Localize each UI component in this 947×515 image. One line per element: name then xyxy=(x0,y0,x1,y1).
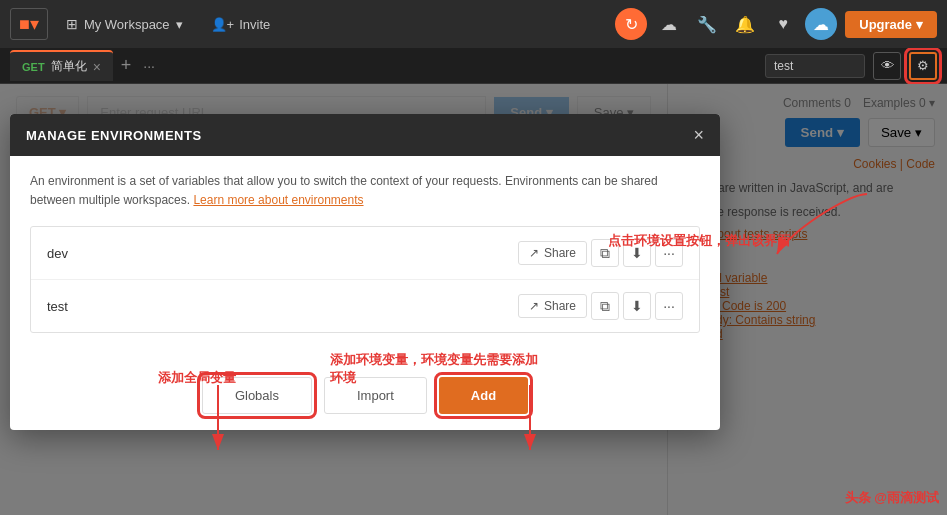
env-eye-button[interactable]: 👁 xyxy=(873,52,901,80)
modal-body: An environment is a set of variables tha… xyxy=(10,156,720,365)
bell-icon-button[interactable]: 🔔 xyxy=(729,8,761,40)
workspace-grid-icon: ⊞ xyxy=(66,16,78,32)
learn-more-link[interactable]: Learn more about environments xyxy=(193,193,363,207)
modal-footer: Globals Import Add xyxy=(10,365,720,430)
share-icon-dev: ↗ xyxy=(529,246,539,260)
tab-close-icon[interactable]: × xyxy=(93,60,101,74)
env-row-dev: dev ↗ Share ⧉ ⬇ ··· xyxy=(31,227,699,280)
share-button-test[interactable]: ↗ Share xyxy=(518,294,587,318)
top-navbar: ■▾ ⊞ My Workspace ▾ 👤+ Invite ↻ ☁ 🔧 🔔 ♥ … xyxy=(0,0,947,48)
request-method-badge: GET xyxy=(22,61,45,73)
env-row-test: test ↗ Share ⧉ ⬇ ··· xyxy=(31,280,699,332)
upgrade-button[interactable]: Upgrade ▾ xyxy=(845,11,937,38)
sync-icon-button[interactable]: ↻ xyxy=(615,8,647,40)
import-button[interactable]: Import xyxy=(324,377,427,414)
modal-close-button[interactable]: × xyxy=(693,126,704,144)
more-button-test[interactable]: ··· xyxy=(655,292,683,320)
logo-icon: ■ xyxy=(19,14,30,34)
workspace-chevron-icon: ▾ xyxy=(176,17,183,32)
request-tab[interactable]: GET 简单化 × xyxy=(10,50,113,81)
download-button-dev[interactable]: ⬇ xyxy=(623,239,651,267)
manage-environments-modal: MANAGE ENVIRONMENTS × An environment is … xyxy=(10,114,720,430)
workspace-selector[interactable]: ⊞ My Workspace ▾ xyxy=(56,10,193,38)
main-area: GET ▾ Enter request URL Send ▾ Save ▾ Co… xyxy=(0,84,947,515)
modal-header: MANAGE ENVIRONMENTS × xyxy=(10,114,720,156)
heart-icon-button[interactable]: ♥ xyxy=(767,8,799,40)
invite-button[interactable]: 👤+ Invite xyxy=(201,11,281,38)
workspace-name: My Workspace xyxy=(84,17,170,32)
invite-icon: 👤+ xyxy=(211,17,235,32)
env-list: dev ↗ Share ⧉ ⬇ ··· test xyxy=(30,226,700,333)
invite-label: Invite xyxy=(239,17,270,32)
user-avatar-button[interactable]: ☁ xyxy=(805,8,837,40)
env-row-actions-test: ↗ Share ⧉ ⬇ ··· xyxy=(518,292,683,320)
add-button[interactable]: Add xyxy=(439,377,528,414)
env-gear-button[interactable]: ⚙ xyxy=(909,52,937,80)
tab-bar: GET 简单化 × + ··· test dev 👁 ⚙ xyxy=(0,48,947,84)
duplicate-button-dev[interactable]: ⧉ xyxy=(591,239,619,267)
wrench-icon-button[interactable]: 🔧 xyxy=(691,8,723,40)
tab-more-icon[interactable]: ··· xyxy=(139,58,159,74)
env-selector-area: test dev 👁 ⚙ xyxy=(765,52,937,80)
nav-icon-group: ↻ ☁ 🔧 🔔 ♥ ☁ xyxy=(615,8,837,40)
share-icon-test: ↗ xyxy=(529,299,539,313)
tab-add-icon[interactable]: + xyxy=(117,55,136,76)
upgrade-label: Upgrade xyxy=(859,17,912,32)
duplicate-button-test[interactable]: ⧉ xyxy=(591,292,619,320)
env-name-test: test xyxy=(47,299,518,314)
env-name-dev: dev xyxy=(47,246,518,261)
upgrade-chevron-icon: ▾ xyxy=(916,17,923,32)
more-button-dev[interactable]: ··· xyxy=(655,239,683,267)
share-button-dev[interactable]: ↗ Share xyxy=(518,241,587,265)
env-row-actions-dev: ↗ Share ⧉ ⬇ ··· xyxy=(518,239,683,267)
wifi-icon-button[interactable]: ☁ xyxy=(653,8,685,40)
request-tab-name: 简单化 xyxy=(51,58,87,75)
nav-logo[interactable]: ■▾ xyxy=(10,8,48,40)
modal-title: MANAGE ENVIRONMENTS xyxy=(26,128,202,143)
modal-description: An environment is a set of variables tha… xyxy=(30,172,700,210)
download-button-test[interactable]: ⬇ xyxy=(623,292,651,320)
globals-button[interactable]: Globals xyxy=(202,377,312,414)
environment-select[interactable]: test dev xyxy=(765,54,865,78)
